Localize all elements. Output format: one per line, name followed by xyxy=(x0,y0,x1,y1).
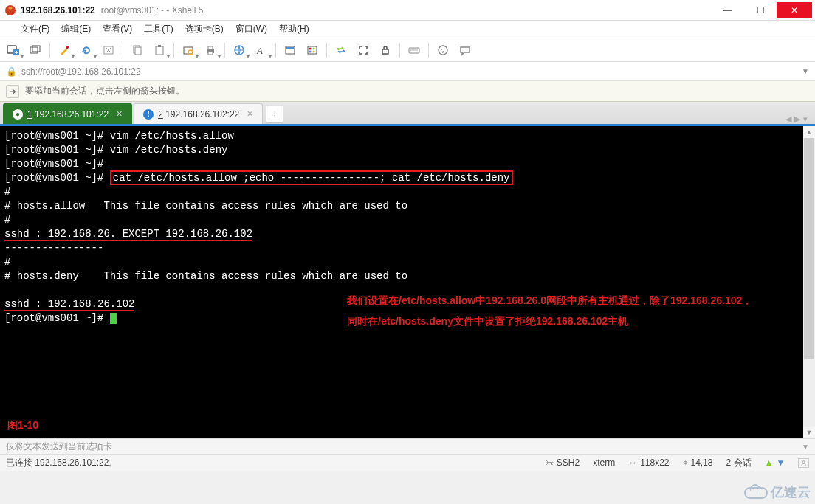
svg-rect-4 xyxy=(32,46,40,52)
tab-close-icon[interactable]: ✕ xyxy=(116,109,123,119)
status-sessions: 2 会话 xyxy=(726,457,752,469)
ssh-icon: 🗝 xyxy=(545,458,554,468)
svg-point-28 xyxy=(412,49,413,50)
menu-file[interactable]: 文件(F) xyxy=(15,21,55,37)
scroll-thumb[interactable] xyxy=(804,138,814,359)
toolbar: A ? xyxy=(0,38,815,62)
tab-indicator-icon: ● xyxy=(13,109,23,120)
cursor-pos-icon: ⌖ xyxy=(683,458,688,468)
new-session-button[interactable] xyxy=(3,41,24,60)
add-session-button[interactable]: ➔ xyxy=(6,85,19,98)
address-dropdown-icon[interactable]: ▼ xyxy=(802,67,809,75)
lock-icon: 🔒 xyxy=(6,66,17,77)
terminal-line: # xyxy=(4,186,10,198)
minimize-button[interactable]: — xyxy=(712,2,744,18)
maximize-button[interactable]: ☐ xyxy=(744,2,777,18)
encoding-button[interactable] xyxy=(229,41,250,60)
terminal-line: ---------------- xyxy=(4,242,103,254)
menu-view[interactable]: 查看(V) xyxy=(97,21,138,37)
svg-point-24 xyxy=(313,50,315,52)
reconnect-button[interactable] xyxy=(76,41,97,60)
annotation-note: 我们设置在/etc/hosts.allow中192.168.26.0网段中所有主… xyxy=(347,290,760,331)
address-bar[interactable]: 🔒 ssh://root@192.168.26.101:22 ▼ xyxy=(0,62,815,81)
menu-tab[interactable]: 选项卡(B) xyxy=(179,21,230,37)
terminal-prompt: [root@vms001 ~]# xyxy=(4,172,110,184)
watermark-text: 亿速云 xyxy=(771,483,811,501)
status-connection: 已连接 192.168.26.101:22。 xyxy=(6,457,117,469)
menu-help[interactable]: 帮助(H) xyxy=(273,21,315,37)
keyboard-button[interactable] xyxy=(404,41,424,60)
paste-button[interactable] xyxy=(149,41,170,60)
status-cursor-pos: 14,18 xyxy=(691,458,713,468)
terminal-line: # hosts.deny This file contains access r… xyxy=(4,270,408,282)
session-tab-1[interactable]: ● 1 192.168.26.101:22 ✕ xyxy=(3,103,132,124)
status-bar: 已连接 192.168.26.101:22。 🗝SSH2 xterm ↔118x… xyxy=(0,455,815,471)
lock-button[interactable] xyxy=(375,41,396,60)
tab-scroll-right-icon[interactable]: ▶ xyxy=(794,114,800,124)
properties-button[interactable] xyxy=(54,41,75,60)
compose-bar[interactable]: 仅将文本发送到当前选项卡 ▼ xyxy=(0,438,815,455)
help-button[interactable]: ? xyxy=(433,41,453,60)
copy-button[interactable] xyxy=(127,41,148,60)
terminal-line: [root@vms001 ~]# vim /etc/hosts.deny xyxy=(4,144,227,156)
find-button[interactable] xyxy=(178,41,199,60)
terminal-line: # xyxy=(4,256,10,268)
tab-accelerator: 1 xyxy=(27,109,32,120)
svg-point-23 xyxy=(309,50,312,52)
window-titlebar: 192.168.26.101:22 root@vms001:~ - Xshell… xyxy=(0,0,815,21)
transfer-up-icon: ▲ xyxy=(765,458,774,468)
scroll-down-icon[interactable]: ▼ xyxy=(803,427,815,438)
underlined-rule-allow: sshd : 192.168.26. EXCEPT 192.168.26.102 xyxy=(4,228,252,241)
address-url: ssh://root@192.168.26.101:22 xyxy=(21,66,141,77)
highlight-button[interactable] xyxy=(302,41,323,60)
compose-placeholder: 仅将文本发送到当前选项卡 xyxy=(6,441,112,453)
tab-indicator-icon: ! xyxy=(143,109,154,120)
sessions-button[interactable] xyxy=(25,41,46,60)
color-scheme-button[interactable] xyxy=(280,41,300,60)
svg-point-29 xyxy=(413,49,414,50)
compose-dropdown-icon[interactable]: ▼ xyxy=(802,443,809,451)
session-tab-2[interactable]: ! 2 192.168.26.102:22 ✕ xyxy=(134,103,263,124)
terminal-line: # hosts.allow This file contains access … xyxy=(4,200,408,212)
tab-scroll-left-icon[interactable]: ◀ xyxy=(785,114,791,124)
titlebar-path: root@vms001:~ - Xshell 5 xyxy=(101,5,204,15)
session-prompt-bar: ➔ 要添加当前会话，点击左侧的箭头按钮。 xyxy=(0,81,815,102)
titlebar-address: 192.168.26.101:22 xyxy=(21,5,95,15)
terminal-line: [root@vms001 ~]# xyxy=(4,158,103,170)
svg-point-22 xyxy=(313,47,315,49)
arrow-right-icon: ➔ xyxy=(9,86,16,97)
tab-strip: ● 1 192.168.26.101:22 ✕ ! 2 192.168.26.1… xyxy=(0,102,815,124)
status-protocol: SSH2 xyxy=(557,458,580,468)
font-button[interactable]: A xyxy=(251,41,272,60)
svg-rect-8 xyxy=(135,47,141,55)
svg-point-31 xyxy=(416,49,417,50)
chat-button[interactable] xyxy=(455,41,475,60)
session-prompt-text: 要添加当前会话，点击左侧的箭头按钮。 xyxy=(25,85,185,97)
new-tab-button[interactable]: + xyxy=(266,106,283,123)
tab-label: 192.168.26.101:22 xyxy=(35,109,109,120)
app-icon xyxy=(4,4,16,16)
disconnect-button[interactable] xyxy=(98,41,119,60)
transfer-button[interactable] xyxy=(331,41,351,60)
watermark: 亿速云 xyxy=(741,483,811,501)
menubar: 文件(F) 编辑(E) 查看(V) 工具(T) 选项卡(B) 窗口(W) 帮助(… xyxy=(0,21,815,38)
terminal-prompt: [root@vms001 ~]# xyxy=(4,312,110,324)
svg-text:A: A xyxy=(256,45,263,56)
scroll-up-icon[interactable]: ▲ xyxy=(803,126,815,138)
tab-close-icon[interactable]: ✕ xyxy=(247,109,253,119)
svg-rect-20 xyxy=(308,46,317,54)
terminal-line: [root@vms001 ~]# vim /etc/hosts.allow xyxy=(4,130,234,142)
svg-rect-25 xyxy=(382,49,388,54)
svg-point-5 xyxy=(66,46,69,49)
print-button[interactable] xyxy=(200,41,221,60)
menu-tools[interactable]: 工具(T) xyxy=(138,21,179,37)
tab-list-icon[interactable]: ▾ xyxy=(803,114,808,124)
menu-window[interactable]: 窗口(W) xyxy=(230,21,273,37)
svg-rect-19 xyxy=(286,47,294,49)
menu-edit[interactable]: 编辑(E) xyxy=(55,21,97,37)
terminal-scrollbar[interactable]: ▲ ▼ xyxy=(803,126,815,438)
terminal[interactable]: [root@vms001 ~]# vim /etc/hosts.allow [r… xyxy=(0,124,815,438)
close-button[interactable]: ✕ xyxy=(777,2,812,18)
tab-label: 192.168.26.102:22 xyxy=(165,109,239,120)
fullscreen-button[interactable] xyxy=(353,41,374,60)
